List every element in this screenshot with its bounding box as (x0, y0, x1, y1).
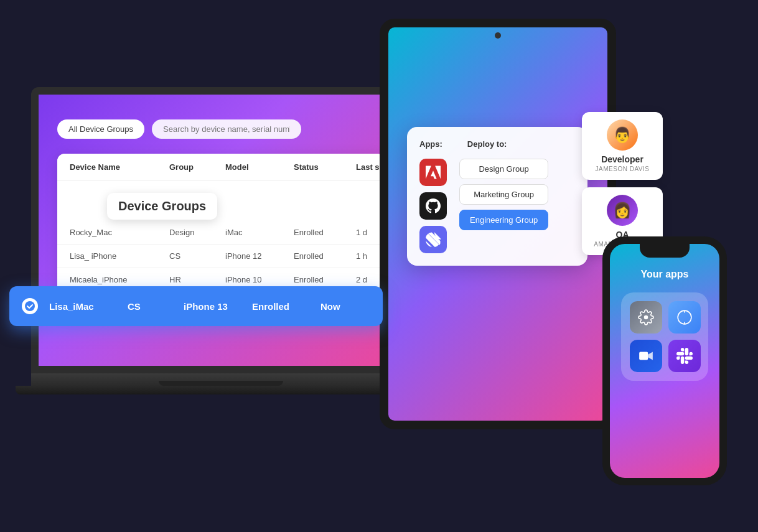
phone: Your apps (602, 236, 727, 485)
highlighted-group: CS (128, 301, 184, 312)
deploy-panel-header: Apps: Deploy to: (419, 139, 575, 149)
phone-notch (640, 244, 690, 258)
highlighted-row[interactable]: Lisa_iMac CS iPhone 13 Enrolled Now (9, 286, 383, 326)
developer-avatar: 👨 (607, 119, 638, 151)
phone-screen: Your apps (610, 244, 719, 478)
laptop-bottom (16, 386, 426, 394)
deploy-to-label: Deploy to: (467, 139, 507, 149)
user-cards: 👨 Developer JAMESON DAVIS 👩 QA AMANI GRA… (582, 112, 663, 255)
developer-name: JAMESON DAVIS (589, 166, 655, 172)
controls-bar: All Device Groups (57, 119, 385, 139)
scene: All Device Groups Device Name Group Mode… (0, 0, 758, 532)
tablet: Apps: Deploy to: (380, 19, 629, 442)
settings-app-icon[interactable] (630, 301, 662, 334)
apps-label: Apps: (419, 139, 442, 149)
svg-rect-4 (639, 352, 648, 360)
tablet-screen: Apps: Deploy to: (388, 27, 607, 421)
header-group: Group (169, 162, 225, 172)
linear-icon (419, 226, 447, 253)
slack-app-icon[interactable] (668, 340, 701, 372)
tablet-frame: Apps: Deploy to: (380, 19, 616, 429)
phone-frame: Your apps (602, 236, 727, 485)
laptop-screen: All Device Groups Device Name Group Mode… (31, 87, 411, 373)
adobe-icon (419, 159, 447, 186)
cell-group: CS (169, 251, 225, 261)
app-grid (621, 292, 708, 381)
table-row[interactable]: Rocky_Mac Design iMac Enrolled 1 d (57, 221, 385, 245)
developer-card: 👨 Developer JAMESON DAVIS (582, 112, 663, 180)
safari-app-icon[interactable] (668, 301, 701, 334)
header-model: Model (225, 162, 294, 172)
tablet-camera (495, 32, 501, 39)
cell-group: Design (169, 228, 225, 237)
developer-role: Developer (589, 154, 655, 164)
highlighted-status: Enrolled (252, 301, 321, 312)
all-groups-button[interactable]: All Device Groups (57, 119, 144, 139)
cell-name: Rocky_Mac (70, 228, 169, 237)
highlighted-model: iPhone 13 (184, 301, 252, 312)
highlighted-lastseen: Now (321, 301, 370, 312)
qa-avatar: 👩 (607, 195, 638, 226)
header-name: Device Name (70, 162, 169, 172)
table-row[interactable]: Lisa_ iPhone CS iPhone 12 Enrolled 1 h (57, 245, 385, 268)
cell-status: Enrolled (294, 275, 356, 284)
table-header: Device Name Group Model Status Last seen (57, 154, 385, 181)
apps-column (419, 159, 447, 253)
cell-status: Enrolled (294, 228, 356, 237)
design-group-button[interactable]: Design Group (459, 159, 548, 179)
device-groups-title: Device Groups (107, 193, 217, 220)
search-input[interactable] (152, 119, 301, 139)
cell-model: iPhone 10 (225, 275, 294, 284)
marketing-group-button[interactable]: Marketing Group (459, 184, 548, 205)
cell-group: HR (169, 275, 225, 284)
header-status: Status (294, 162, 356, 172)
deploy-content: Design Group Marketing Group Engineering… (419, 159, 575, 253)
laptop-base (31, 373, 411, 386)
your-apps-title: Your apps (640, 269, 688, 280)
engineering-group-button[interactable]: Engineering Group (459, 210, 548, 230)
cell-name: Micaela_iPhone (70, 275, 169, 284)
deploy-panel: Apps: Deploy to: (407, 127, 587, 266)
zoom-app-icon[interactable] (630, 340, 662, 372)
laptop: All Device Groups Device Name Group Mode… (31, 87, 429, 436)
cell-model: iMac (225, 228, 294, 237)
svg-point-0 (25, 301, 35, 311)
github-icon (419, 192, 447, 220)
groups-column: Design Group Marketing Group Engineering… (459, 159, 548, 253)
cell-name: Lisa_ iPhone (70, 251, 169, 261)
check-icon (22, 298, 38, 314)
cell-status: Enrolled (294, 251, 356, 261)
highlighted-name-cell: Lisa_iMac (22, 298, 128, 314)
cell-model: iPhone 12 (225, 251, 294, 261)
